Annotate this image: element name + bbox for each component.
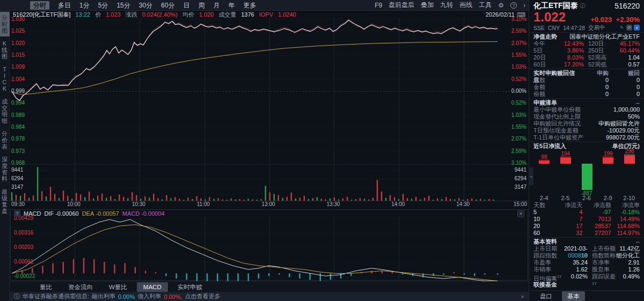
price-axis-left: 1.020 bbox=[11, 41, 25, 46]
price-axis-right: 2.59% bbox=[511, 28, 526, 34]
netflow-tick bbox=[539, 160, 550, 160]
netflow-bar bbox=[603, 158, 613, 164]
period-tab-多日[interactable]: 多日 bbox=[58, 1, 71, 10]
sublist-value: -- bbox=[636, 99, 640, 106]
basic-row: 上市日期2021-03-10上市份额11.42亿 bbox=[529, 245, 644, 252]
flow-row: 201728537114.68% bbox=[529, 223, 644, 230]
nav-row: 5日3.86%250日60.44% bbox=[529, 47, 644, 54]
status-bar: ⓘ 华泰证券融券通供需信息: 融出利率 0.00% 借入利率 0.00%, 点击… bbox=[10, 292, 529, 301]
volume-label: 成交量 bbox=[218, 11, 236, 18]
info-icon: ⓘ bbox=[14, 292, 20, 300]
price-axis-left: 0.989 bbox=[11, 113, 25, 118]
linked-fund-title: 联接基金 bbox=[533, 281, 557, 288]
netflow-value: 194 bbox=[556, 151, 575, 157]
edit-icon[interactable]: ✎ bbox=[619, 25, 625, 31]
price-change: +0.023 bbox=[590, 16, 612, 24]
price-axis-left: 0.984 bbox=[11, 124, 25, 130]
time-axis-label: 14:00 bbox=[391, 202, 405, 207]
last-price: 1.022 bbox=[533, 11, 566, 24]
sidebar-item-深度资料[interactable]: 深度资料 bbox=[0, 153, 10, 185]
add-icon[interactable]: ＋ bbox=[634, 25, 640, 31]
price-axis-right: 3.10% bbox=[511, 17, 526, 22]
netflow-date: 2-4 bbox=[533, 195, 555, 202]
period-tab-bar: 分时多日1分5分15分30分60分日周月年更多 bbox=[30, 1, 256, 10]
basic-row: 市盈率35.24市净率2.91 bbox=[529, 259, 644, 266]
expand-icon[interactable]: › bbox=[523, 2, 525, 9]
sidebar-item-TICK[interactable]: TICK bbox=[0, 63, 10, 94]
realtime-row: 份额00 bbox=[529, 91, 644, 98]
sidebar-item-分时图[interactable]: 分时图 bbox=[0, 12, 10, 36]
indicator-tab-量比[interactable]: 量比 bbox=[33, 282, 58, 292]
quote-panel-tabs: 盘口基本 bbox=[529, 290, 644, 301]
stock-name: 化工ETF国泰 bbox=[533, 1, 577, 11]
chart-area: 516220[化工ETF国泰] 13:22 价 1.023 涨跌 0.024(2… bbox=[10, 11, 529, 301]
indicator-tab-实时申赎[interactable]: 实时申赎 bbox=[171, 282, 209, 292]
period-tab-更多[interactable]: 更多 bbox=[243, 1, 256, 10]
macd-dif-label: DIF bbox=[44, 210, 54, 217]
indicator-tab-W量比[interactable]: W量比 bbox=[103, 282, 134, 292]
period-tab-1分[interactable]: 1分 bbox=[79, 1, 90, 10]
period-tab-30分[interactable]: 30分 bbox=[139, 1, 152, 10]
price-axis-left: 0.973 bbox=[11, 149, 25, 154]
period-tab-15分[interactable]: 15分 bbox=[116, 1, 130, 10]
sublist-row: 申购赎回允许情况申购赎回皆允许 bbox=[529, 120, 644, 127]
refresh-icon[interactable]: ⟳ bbox=[626, 25, 632, 31]
panel-collapse-handle[interactable]: » bbox=[529, 167, 533, 186]
quote-tab-盘口[interactable]: 盘口 bbox=[535, 291, 558, 301]
change-label: 涨跌 bbox=[126, 11, 137, 18]
flow-table: 54-97-0.18%107701314.49%201728537114.68%… bbox=[529, 209, 644, 237]
period-tab-周[interactable]: 周 bbox=[198, 1, 204, 10]
netflow-tick bbox=[624, 154, 635, 155]
gear-icon[interactable]: ⚙ bbox=[498, 2, 504, 9]
price-axis-right: 1.55% bbox=[511, 124, 526, 130]
toolbar-item-叠加[interactable]: 叠加 bbox=[421, 1, 434, 10]
see-more-link[interactable]: 点击查看更多 bbox=[185, 292, 221, 300]
period-tab-5分[interactable]: 5分 bbox=[98, 1, 108, 10]
sidebar-item-超级复盘[interactable]: 超级复盘 bbox=[0, 186, 10, 217]
stock-code: 516220 bbox=[614, 2, 640, 10]
macd-macd-value: -0.00004 bbox=[141, 210, 164, 217]
indicator-tab-bar: 量比资金流向W量比MACD实时申赎 bbox=[10, 281, 529, 292]
toolbar-item-F9[interactable]: F9 bbox=[375, 2, 382, 9]
status-close-icon[interactable]: × bbox=[521, 293, 524, 300]
nav-row: 今年12.43%120日45.17% bbox=[529, 40, 644, 47]
quote-panel: » 化工ETF国泰 ⓘ 516220 1.022 +0.023 +2.30% S… bbox=[529, 0, 644, 301]
exchange-label: SSE bbox=[533, 25, 545, 31]
flow-header: 净流额 bbox=[582, 202, 611, 209]
macd-help-icon[interactable]: ? bbox=[14, 210, 20, 217]
stock-info-icon[interactable]: ⓘ bbox=[580, 2, 585, 10]
macd-close-button[interactable]: × bbox=[517, 210, 524, 217]
period-tab-分时[interactable]: 分时 bbox=[30, 1, 49, 10]
period-tab-日[interactable]: 日 bbox=[183, 1, 189, 10]
period-tab-60分[interactable]: 60分 bbox=[161, 1, 174, 10]
price-label: 价 bbox=[95, 11, 101, 18]
macd-axis-label: 0.00091 bbox=[14, 259, 33, 265]
toolbar-item-九转[interactable]: 九转 bbox=[440, 1, 453, 10]
sublist-row: T-1日单位申赎资产998072.00元 bbox=[529, 134, 644, 141]
sublist-row: T日预估现金差额-10029.00元 bbox=[529, 127, 644, 134]
lend-rate-value: 0.00% bbox=[118, 293, 135, 300]
sidebar-item-成交明细[interactable]: 成交明细 bbox=[0, 96, 10, 127]
toolbar-item-盘前盘后[interactable]: 盘前盘后 bbox=[389, 1, 414, 10]
period-tab-月[interactable]: 月 bbox=[213, 1, 219, 10]
basic-section-title: 基本资料 bbox=[533, 238, 557, 245]
quote-tab-基本[interactable]: 基本 bbox=[562, 291, 585, 301]
toolbar-item-画线[interactable]: 画线 bbox=[459, 1, 472, 10]
netflow-date: 2-9 bbox=[597, 195, 619, 202]
macd-axis-label: -0.00022 bbox=[14, 274, 35, 279]
price-axis-left: 0.978 bbox=[11, 136, 25, 142]
volume-value: 1376 bbox=[241, 11, 254, 18]
indicator-tab-MACD[interactable]: MACD bbox=[137, 282, 168, 292]
price-axis-left: 0.968 bbox=[11, 160, 25, 166]
help-icon[interactable]: ? bbox=[510, 2, 517, 9]
sidebar-item-分价表[interactable]: 分价表 bbox=[0, 128, 10, 152]
netflow-bar bbox=[624, 155, 635, 164]
macd-dea-label: DEA bbox=[82, 210, 94, 217]
sidebar-item-K线图[interactable]: K线图 bbox=[0, 38, 10, 62]
toolbar-item-工具[interactable]: 工具 bbox=[479, 1, 492, 10]
intraday-chart[interactable] bbox=[10, 11, 529, 301]
indicator-tab-资金流向[interactable]: 资金流向 bbox=[62, 282, 99, 292]
macd-dif-value: -0.00060 bbox=[55, 210, 78, 217]
realtime-row: 笔数00 bbox=[529, 77, 644, 84]
period-tab-年[interactable]: 年 bbox=[228, 1, 235, 10]
